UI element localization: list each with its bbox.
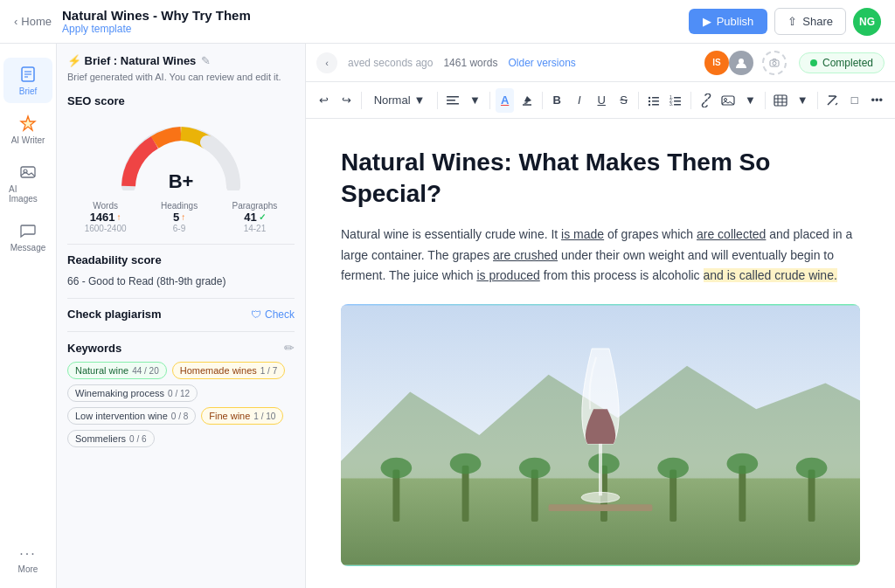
avatar[interactable]: NG [853, 8, 881, 36]
toolbar-sep-1 [361, 92, 362, 109]
svg-point-28 [724, 98, 726, 100]
edit-keywords-icon[interactable]: ✏ [284, 341, 295, 355]
nav-title-area: Natural Wines - Why Try Them Apply templ… [62, 8, 678, 35]
italic-button[interactable]: I [570, 88, 588, 113]
highlighted-text: and is called crude wine. [704, 268, 837, 282]
readability-value: 66 - Good to Read (8th-9th grade) [67, 275, 295, 287]
toolbar-sep-7 [765, 92, 766, 109]
svg-rect-11 [447, 96, 459, 98]
brief-subtitle: Brief generated with AI. You can review … [67, 71, 295, 84]
home-label: Home [21, 15, 52, 28]
svg-rect-21 [674, 97, 681, 99]
main-layout: Brief AI Writer AI Images [0, 44, 895, 588]
brief-icon [18, 65, 38, 84]
svg-text:B+: B+ [169, 170, 194, 190]
sidebar-item-ai-writer[interactable]: AI Writer [3, 107, 52, 152]
undo-button[interactable]: ↩ [315, 88, 333, 113]
keyword-tag[interactable]: Sommeliers 0 / 6 [67, 430, 155, 447]
publish-icon: ▶ [703, 15, 711, 28]
bold-button[interactable]: B [548, 88, 566, 113]
keyword-tag[interactable]: Fine wine 1 / 10 [201, 407, 283, 425]
svg-rect-51 [599, 444, 602, 495]
font-color-button[interactable]: A [496, 88, 514, 113]
svg-rect-25 [674, 104, 681, 106]
shield-icon: 🛡 [251, 308, 261, 321]
apply-template-link[interactable]: Apply template [62, 23, 678, 35]
status-badge[interactable]: Completed [799, 52, 885, 73]
strikethrough-button[interactable]: S [614, 88, 633, 113]
underline-button[interactable]: U [592, 88, 610, 113]
editor-content[interactable]: Natural Wines: What Makes Them So Specia… [306, 119, 895, 588]
page-title: Natural Wines - Why Try Them [62, 8, 678, 23]
svg-line-26 [704, 99, 707, 101]
stat-headings: Headings 5 ↑ 6-9 [161, 201, 198, 233]
nav-actions: ▶ Publish ⇧ Share NG [689, 8, 881, 36]
message-icon [18, 221, 38, 240]
svg-rect-19 [652, 104, 659, 106]
ai-images-icon [18, 163, 38, 182]
svg-text:3.: 3. [670, 101, 673, 107]
publish-button[interactable]: ▶ Publish [689, 9, 768, 34]
image-button[interactable] [718, 88, 737, 113]
status-label: Completed [822, 57, 873, 69]
add-collaborator-button[interactable] [762, 51, 787, 75]
article-image [341, 304, 860, 566]
user-avatar-is: IS [704, 51, 729, 75]
svg-rect-13 [447, 103, 459, 105]
gauge-svg: B+ [111, 116, 251, 190]
svg-point-44 [381, 458, 413, 479]
divider-3 [67, 331, 295, 332]
left-panel: ⚡ Brief : Natural Wines ✎ Brief generate… [57, 44, 306, 588]
sidebar-item-message[interactable]: Message [3, 214, 52, 259]
sidebar-item-brief[interactable]: Brief [3, 58, 52, 103]
table-button[interactable] [771, 88, 789, 113]
align-dropdown-button[interactable]: ▼ [466, 88, 484, 113]
ai-writer-icon [18, 114, 38, 133]
sidebar-item-more[interactable]: ··· More [18, 546, 38, 574]
svg-point-49 [727, 453, 759, 474]
link-button[interactable] [697, 88, 715, 113]
special-chars-button[interactable]: □ [845, 88, 864, 113]
numbered-list-button[interactable]: 1.2.3. [667, 88, 685, 113]
svg-point-52 [581, 493, 620, 503]
brief-header: ⚡ Brief : Natural Wines ✎ [67, 54, 295, 67]
svg-point-46 [519, 458, 551, 479]
more-options-button[interactable]: ••• [868, 88, 886, 113]
collapse-panel-button[interactable]: ‹ [316, 52, 337, 73]
svg-point-47 [588, 453, 620, 474]
inline-text: is produced [476, 268, 539, 282]
word-count: 1461 words [443, 57, 497, 69]
table-dropdown-button[interactable]: ▼ [793, 88, 811, 113]
sidebar-item-ai-images[interactable]: AI Images [3, 156, 52, 211]
toolbar-sep-4 [542, 92, 543, 109]
ai-writer-label: AI Writer [11, 135, 45, 145]
keyword-tag[interactable]: Winemaking process 0 / 12 [67, 384, 198, 402]
divider-2 [67, 298, 295, 299]
bullet-list-button[interactable] [644, 88, 663, 113]
share-icon: ⇧ [787, 15, 797, 28]
clear-format-button[interactable] [823, 88, 842, 113]
keyword-tag[interactable]: Natural wine 44 / 20 [67, 362, 167, 379]
toolbar-sep-3 [489, 92, 490, 109]
article-body-paragraph: Natural wine is essentially crude wine. … [341, 225, 860, 287]
check-plagiarism-button[interactable]: 🛡 Check [251, 308, 295, 321]
highlight-button[interactable] [517, 88, 536, 113]
svg-point-48 [657, 458, 689, 479]
share-button[interactable]: ⇧ Share [774, 8, 846, 35]
keyword-tag[interactable]: Low intervention wine 0 / 8 [67, 407, 196, 425]
seo-stats: Words 1461 ↑ 1600-2400 Headings 5 ↑ 6-9 … [67, 201, 295, 233]
svg-rect-53 [549, 504, 653, 511]
align-button[interactable] [443, 88, 461, 113]
text-style-dropdown[interactable]: Normal ▼ [367, 90, 433, 110]
redo-button[interactable]: ↪ [336, 88, 355, 113]
article-title: Natural Wines: What Makes Them So Specia… [341, 147, 860, 211]
brief-label: Brief [19, 86, 38, 96]
svg-rect-5 [21, 167, 35, 177]
image-dropdown-button[interactable]: ▼ [741, 88, 760, 113]
gauge-wrapper: B+ [111, 116, 251, 190]
edit-icon[interactable]: ✎ [201, 54, 211, 67]
home-link[interactable]: ‹ Home [14, 15, 52, 28]
inline-text: are crushed [493, 248, 558, 262]
older-versions-link[interactable]: Older versions [508, 57, 575, 69]
keyword-tag[interactable]: Homemade wines 1 / 7 [172, 362, 286, 379]
